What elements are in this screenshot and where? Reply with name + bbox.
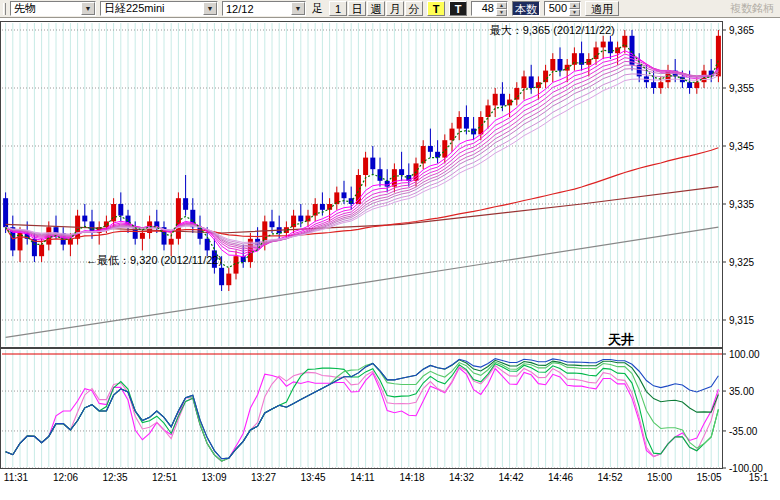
time-axis-label: 14:42 <box>498 472 523 483</box>
tick-mode-button[interactable]: T <box>449 1 467 16</box>
toolbar: 先物 ▼ 日経225mini ▼ 12/12 ▼ 足 1 日 週 月 分 T T… <box>0 0 780 18</box>
price-axis-label: 9,355 <box>729 83 754 94</box>
bar-count-value: 500 <box>545 2 569 15</box>
period-button-month[interactable]: 月 <box>386 1 404 16</box>
time-axis-label: 13:45 <box>300 472 325 483</box>
price-axis-label: 9,315 <box>729 315 754 326</box>
bars-mode-button[interactable]: 本数 <box>512 1 540 16</box>
chevron-down-icon[interactable]: ▼ <box>291 2 305 15</box>
max-annotation: 最大：9,365 (2012/11/22) <box>490 24 615 36</box>
period-button-1min[interactable]: 1 <box>329 1 347 16</box>
oscillator-axis-label: 35.00 <box>729 386 754 397</box>
symbol-select[interactable]: 日経225mini ▼ <box>100 1 218 16</box>
time-axis-label: 14:32 <box>449 472 474 483</box>
time-axis-label: 12:35 <box>102 472 127 483</box>
toolbar-grip-icon <box>3 3 6 15</box>
contract-month-select[interactable]: 12/12 ▼ <box>222 1 306 16</box>
spin-down-icon[interactable]: ▼ <box>569 9 580 16</box>
time-axis-label: 14:18 <box>399 472 424 483</box>
period-button-week[interactable]: 週 <box>367 1 385 16</box>
ceiling-annotation: 天井 <box>607 332 634 347</box>
price-axis-label: 9,345 <box>729 141 754 152</box>
chevron-down-icon[interactable]: ▼ <box>81 2 95 15</box>
spin-up-icon[interactable]: ▲ <box>569 2 580 9</box>
spin-down-icon[interactable]: ▼ <box>496 9 507 16</box>
symbol-value: 日経225mini <box>101 1 203 16</box>
price-axis-label: 9,365 <box>729 25 754 36</box>
instrument-type-value: 先物 <box>11 1 81 16</box>
time-axis-label: 12:06 <box>53 472 78 483</box>
time-axis-label: 14:46 <box>548 472 573 483</box>
bar-period-value: 48 <box>472 2 496 15</box>
apply-button[interactable]: 適用 <box>585 1 619 16</box>
time-axis-label: 13:27 <box>251 472 276 483</box>
oscillator-axis-label: -35.00 <box>729 426 758 437</box>
period-button-group: 1 日 週 月 分 <box>329 1 423 16</box>
time-axis-label: 15:05 <box>696 472 721 483</box>
bar-count-stepper[interactable]: 500 ▲ ▼ <box>544 1 581 16</box>
time-axis-label: 12:51 <box>152 472 177 483</box>
bar-period-stepper[interactable]: 48 ▲ ▼ <box>471 1 508 16</box>
time-axis-label: 14:52 <box>597 472 622 483</box>
bar-type-label: 足 <box>310 1 325 16</box>
price-axis-label: 9,335 <box>729 199 754 210</box>
min-annotation: ←最低：9,320 (2012/11/22) <box>86 254 222 266</box>
tick-mode-button-active[interactable]: T <box>427 1 445 16</box>
spin-up-icon[interactable]: ▲ <box>496 2 507 9</box>
time-axis-label: 13:09 <box>201 472 226 483</box>
instrument-type-select[interactable]: 先物 ▼ <box>10 1 96 16</box>
time-axis-label: 15:1 <box>749 472 769 483</box>
oscillator-axis-label: 100.00 <box>729 349 760 360</box>
multi-symbol-button[interactable]: 複数銘柄 <box>727 1 777 16</box>
period-button-minute[interactable]: 分 <box>405 1 423 16</box>
period-button-day[interactable]: 日 <box>348 1 366 16</box>
time-axis-label: 11:31 <box>4 472 29 483</box>
chart-window: 先物 ▼ 日経225mini ▼ 12/12 ▼ 足 1 日 週 月 分 T T… <box>0 0 780 500</box>
price-axis-label: 9,325 <box>729 257 754 268</box>
time-axis-label: 15:00 <box>647 472 672 483</box>
time-axis-label: 14:11 <box>350 472 375 483</box>
contract-month-value: 12/12 <box>223 3 291 15</box>
price-chart[interactable]: 9,3659,3559,3459,3359,3259,315100.0035.0… <box>0 18 780 500</box>
chevron-down-icon[interactable]: ▼ <box>203 2 217 15</box>
